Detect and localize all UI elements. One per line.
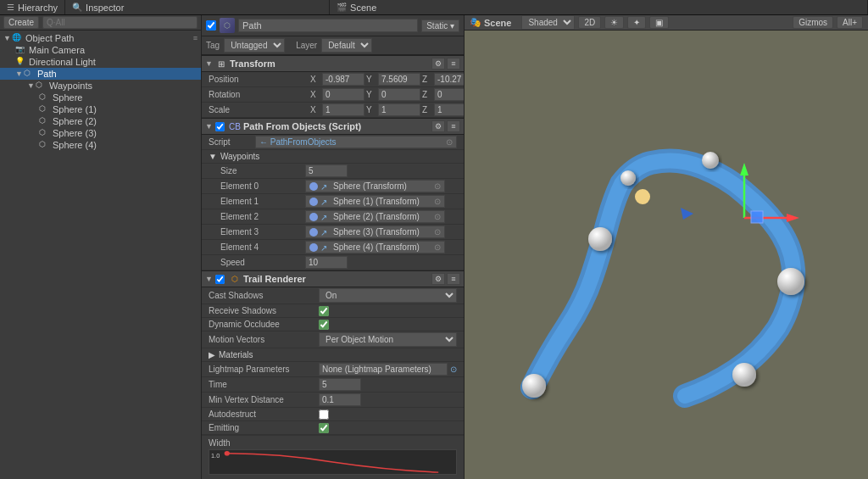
hierarchy-search-input[interactable] [42,16,198,29]
element-3-remove-btn[interactable]: ⊙ [434,227,441,237]
element-2-remove-btn[interactable]: ⊙ [434,212,441,221]
trail-menu-btn[interactable]: ≡ [447,273,460,285]
rotation-z-input[interactable] [434,88,464,101]
dynamic-occludee-checkbox[interactable] [319,320,329,330]
layer-select[interactable]: Default [321,38,372,53]
width-graph-svg: 1.0 [209,450,456,474]
sphere-icon-2: ⬡ [39,116,51,126]
element-0-value: ↗ Sphere (Transform) ⊙ [305,180,445,192]
gizmos-button[interactable]: Gizmos [793,16,833,29]
root-icon: 🌐 [12,33,24,43]
scale-y-input[interactable] [378,103,420,116]
rotation-x-input[interactable] [322,88,364,101]
tree-item-waypoints[interactable]: ▼ ⬡ Waypoints [0,80,201,92]
element-3-row: Element 3 ↗ Sphere (3) (Transform) ⊙ [202,225,464,240]
tree-root[interactable]: ▼ 🌐 Object Path ≡ [0,32,201,44]
scene-header-icon: 🎭 [470,17,481,28]
pos-y-label: Y [366,75,376,84]
scene-header-title: 🎭 Scene [470,17,511,28]
motion-vectors-select[interactable]: Per Object Motion [319,332,457,347]
position-xyz: X Y Z [310,73,464,86]
rot-z-label: Z [422,90,432,99]
element-2-row: Element 2 ↗ Sphere (2) (Transform) ⊙ [202,209,464,225]
time-input[interactable] [319,378,361,391]
tree-item-sphere[interactable]: ⬡ Sphere [0,92,201,103]
transform-menu-btn[interactable]: ≡ [447,58,460,70]
element-1-remove-btn[interactable]: ⊙ [434,197,441,206]
rotation-value: X Y Z [310,88,464,101]
script-header[interactable]: ▼ CB Path From Objects (Script) ⚙ ≡ [202,118,464,135]
lightmap-input[interactable] [319,363,448,376]
tree-item-sphere-4[interactable]: ⬡ Sphere (4) [0,139,201,151]
position-z-input[interactable] [434,73,464,86]
layer-label: Layer [296,41,317,50]
tree-item-sphere-2[interactable]: ⬡ Sphere (2) [0,115,201,127]
element-3-text: Sphere (3) (Transform) [333,227,420,237]
scale-z-input[interactable] [434,103,464,116]
object-active-checkbox[interactable] [206,20,216,31]
width-graph: 1.0 [209,449,457,475]
element-0-label: Element 0 [220,181,305,191]
receive-shadows-checkbox[interactable] [319,306,329,316]
inspector-title-bar: 🔍 Inspector [65,0,330,14]
script-active-checkbox[interactable] [215,122,225,131]
shaded-select[interactable]: Shaded [521,15,575,30]
waypoints-section-header[interactable]: ▼ Waypoints [202,150,464,164]
size-input[interactable] [305,164,348,177]
hierarchy-title-bar: ☰ Hierarchy [0,0,65,14]
element-4-text: Sphere (4) (Transform) [333,242,420,252]
rotation-label: Rotation [209,90,310,99]
tree-item-main-camera[interactable]: 📷 Main Camera [0,44,201,56]
speed-input[interactable] [305,256,348,269]
transform-header[interactable]: ▼ ⊞ Transform ⚙ ≡ [202,55,464,72]
position-row: Position X Y Z [202,72,464,87]
position-x-input[interactable] [322,73,364,86]
element-0-remove-btn[interactable]: ⊙ [434,181,441,191]
materials-label: Materials [219,350,253,359]
cast-shadows-select[interactable]: On [319,288,457,303]
sun-button[interactable]: ☀ [604,16,624,29]
fx-button[interactable]: ✦ [627,16,646,29]
all-button[interactable]: All+ [837,16,863,29]
rotation-y-input[interactable] [378,88,420,101]
tree-item-path[interactable]: ▼ ⬡ Path [0,68,201,80]
scene-canvas[interactable] [465,31,868,479]
trail-settings-btn[interactable]: ⚙ [431,273,445,285]
transform-settings-btn[interactable]: ⚙ [431,58,445,70]
element-4-remove-btn[interactable]: ⊙ [434,242,441,252]
script-expand-icon: ⊙ [446,137,453,147]
static-button[interactable]: Static ▾ [421,19,459,32]
tag-select[interactable]: Untagged [224,38,285,53]
tag-label: Tag [206,41,220,50]
tree-item-sphere-1[interactable]: ⬡ Sphere (1) [0,103,201,115]
tag-row: Tag Untagged Layer Default [202,36,464,55]
inspector-icon: 🔍 [72,3,82,12]
tree-item-directional-light[interactable]: 💡 Directional Light [0,56,201,68]
svg-point-3 [522,374,546,398]
create-button[interactable]: Create [3,16,39,29]
svg-point-6 [635,189,650,204]
position-y-input[interactable] [378,73,420,86]
tree-item-sphere-3[interactable]: ⬡ Sphere (3) [0,127,201,139]
light-icon: 💡 [15,57,27,67]
script-menu-btn[interactable]: ≡ [447,120,460,132]
waypoints-label: Waypoints [49,81,92,91]
trail-renderer-header[interactable]: ▼ ⬡ Trail Renderer ⚙ ≡ [202,270,464,287]
min-vertex-input[interactable] [319,393,361,406]
trail-active-checkbox[interactable] [215,275,225,284]
autodestruct-checkbox[interactable] [319,409,329,420]
display-button[interactable]: ▣ [649,16,669,29]
root-label: Object Path [25,33,74,43]
object-name-input[interactable] [238,19,418,32]
sphere-label-2: Sphere (2) [53,116,97,126]
element-1-text: Sphere (1) (Transform) [333,197,420,206]
materials-section[interactable]: ▶ Materials [202,348,464,362]
inspector-title-label: Inspector [86,3,124,13]
script-settings-btn[interactable]: ⚙ [431,120,445,132]
emitting-checkbox[interactable] [319,423,329,433]
2d-button[interactable]: 2D [578,16,601,29]
scale-x-input[interactable] [322,103,364,116]
link-icon-e0: ↗ [320,182,331,191]
scene-toolbar: Shaded 2D ☀ ✦ ▣ [521,15,669,30]
width-section: Width 1.0 [202,435,464,477]
